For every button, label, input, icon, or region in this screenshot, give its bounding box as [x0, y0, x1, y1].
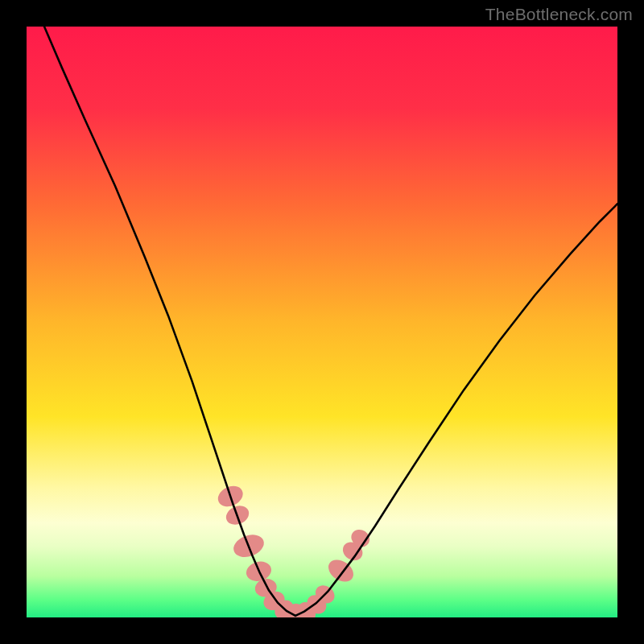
curve-layer — [27, 27, 617, 617]
plot-area — [27, 27, 617, 617]
beads-under — [215, 482, 374, 617]
left-curve — [44, 27, 295, 616]
watermark-text: TheBottleneck.com — [485, 5, 633, 24]
right-curve — [295, 204, 617, 616]
chart-frame: TheBottleneck.com — [0, 0, 644, 644]
